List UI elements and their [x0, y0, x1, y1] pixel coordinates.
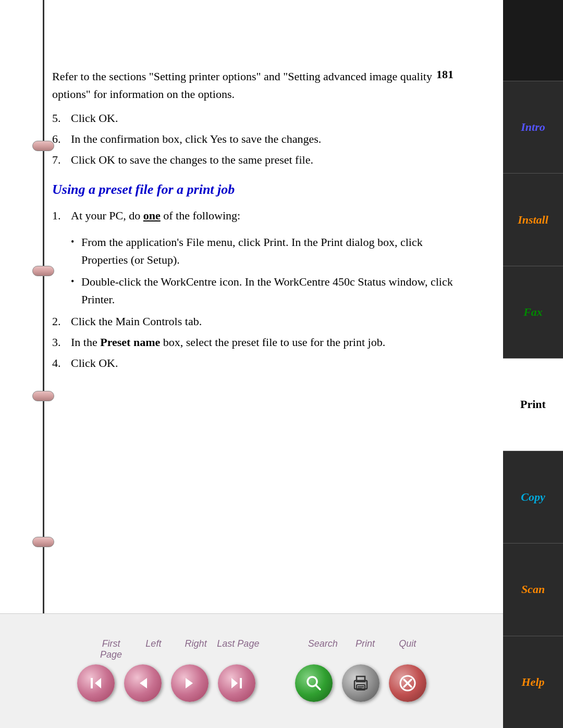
step-num: 3. [52, 334, 71, 351]
bullet-list: • From the application's File menu, clic… [71, 233, 459, 309]
spine-ring-4 [32, 537, 54, 547]
quit-button[interactable] [389, 664, 426, 702]
step-num: 5. [52, 109, 71, 127]
tab-print-label: Print [520, 398, 546, 411]
svg-rect-11 [358, 686, 364, 687]
label-print: Print [344, 638, 386, 660]
steps-continued: 2. Click the Main Controls tab. 3. In th… [52, 313, 459, 372]
steps-after-heading: 1. At your PC, do one of the following: [52, 207, 459, 225]
tab-copy-label: Copy [521, 490, 545, 504]
spine-ring-2 [32, 266, 54, 276]
bullet-dot: • [71, 273, 81, 309]
step-text: At your PC, do one of the following: [71, 207, 240, 225]
nav-labels-row: First Page Left Right Last Page Search P… [75, 638, 429, 660]
spine-ring-3 [32, 391, 54, 401]
list-item: 4. Click OK. [52, 354, 459, 372]
sidebar-top-block [503, 0, 563, 81]
label-search: Search [302, 638, 344, 660]
list-item: 2. Click the Main Controls tab. [52, 313, 459, 330]
list-item: • From the application's File menu, clic… [71, 233, 459, 269]
left-button[interactable] [124, 664, 162, 702]
sidebar-tab-fax[interactable]: Fax [503, 266, 563, 358]
step-num: 6. [52, 130, 71, 148]
bottom-navigation: First Page Left Right Last Page Search P… [0, 613, 503, 728]
right-button[interactable] [171, 664, 209, 702]
search-icon [304, 674, 323, 693]
bullet-text: From the application's File menu, click … [81, 233, 459, 269]
sidebar-tab-help[interactable]: Help [503, 636, 563, 728]
quit-icon [398, 674, 417, 693]
tab-scan-label: Scan [521, 583, 545, 596]
sidebar-tab-install[interactable]: Install [503, 173, 563, 265]
intro-paragraph: Refer to the sections "Setting printer o… [52, 68, 459, 103]
label-spacer [260, 638, 302, 660]
tab-fax-label: Fax [523, 305, 543, 319]
right-icon [181, 675, 198, 692]
step-text: Click the Main Controls tab. [71, 313, 202, 330]
list-item: 1. At your PC, do one of the following: [52, 207, 459, 225]
tab-install-label: Install [518, 213, 548, 227]
step-num: 2. [52, 313, 71, 330]
step-text: Click OK. [71, 354, 118, 372]
print-nav-button[interactable] [342, 664, 380, 702]
print-icon [352, 674, 370, 692]
list-item: 3. In the Preset name box, select the pr… [52, 334, 459, 351]
sidebar-tab-copy[interactable]: Copy [503, 451, 563, 543]
bullet-text: Double-click the WorkCentre icon. In the… [81, 273, 459, 309]
steps-before-heading: 5. Click OK. 6. In the confirmation box,… [52, 109, 459, 169]
sidebar-tab-scan[interactable]: Scan [503, 543, 563, 635]
step-num: 1. [52, 207, 71, 225]
tab-help-label: Help [522, 675, 545, 689]
list-item: 6. In the confirmation box, click Yes to… [52, 130, 459, 148]
right-sidebar: Intro Install Fax Print Copy Scan Help [503, 0, 563, 728]
last-page-button[interactable] [218, 664, 255, 702]
search-button[interactable] [295, 664, 333, 702]
label-first-page: First Page [90, 638, 132, 660]
bullet-dot: • [71, 233, 81, 269]
list-item: 7. Click OK to save the changes to the s… [52, 151, 459, 169]
svg-line-7 [316, 685, 320, 689]
nav-buttons-row [77, 664, 426, 702]
label-quit: Quit [386, 638, 429, 660]
svg-rect-1 [91, 678, 93, 688]
tab-intro-label: Intro [521, 120, 545, 134]
main-content: Refer to the sections "Setting printer o… [52, 68, 459, 613]
step-num: 7. [52, 151, 71, 169]
step-text: In the Preset name box, select the prese… [71, 334, 385, 351]
first-page-button[interactable] [77, 664, 115, 702]
step-text: Click OK to save the changes to the same… [71, 151, 313, 169]
step-num: 4. [52, 354, 71, 372]
svg-rect-5 [240, 678, 242, 688]
step-text: In the confirmation box, click Yes to sa… [71, 130, 321, 148]
spine-ring-1 [32, 141, 54, 151]
label-right: Right [175, 638, 217, 660]
svg-marker-3 [186, 678, 193, 688]
left-icon [134, 675, 151, 692]
svg-marker-0 [95, 678, 101, 688]
label-left: Left [132, 638, 175, 660]
last-page-icon [228, 675, 245, 692]
sidebar-tab-print[interactable]: Print [503, 358, 563, 450]
svg-rect-12 [358, 688, 362, 689]
sidebar-tab-intro[interactable]: Intro [503, 81, 563, 173]
list-item: 5. Click OK. [52, 109, 459, 127]
first-page-icon [88, 675, 104, 692]
label-last-page: Last Page [217, 638, 259, 660]
svg-marker-4 [231, 678, 238, 688]
list-item: • Double-click the WorkCentre icon. In t… [71, 273, 459, 309]
step-text: Click OK. [71, 109, 118, 127]
svg-marker-2 [140, 678, 147, 688]
section-heading: Using a preset file for a print job [52, 179, 459, 200]
